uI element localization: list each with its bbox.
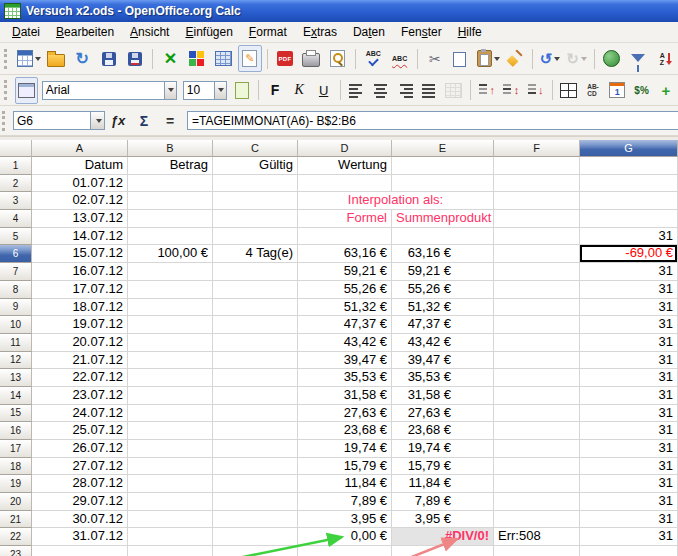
gallery-button[interactable] (185, 45, 209, 72)
cell-B16[interactable] (128, 422, 213, 440)
row-header-23[interactable]: 23 (0, 546, 32, 556)
cell-F13[interactable] (494, 369, 580, 387)
cell-A15[interactable]: 24.07.12 (32, 405, 128, 423)
cell-G10[interactable]: 31 (580, 316, 678, 334)
cell-F21[interactable] (494, 511, 580, 529)
cell-D6[interactable]: 63,16 € (298, 245, 392, 263)
cell-C9[interactable] (213, 299, 298, 317)
cell-C5[interactable] (213, 228, 298, 246)
wrap-text-button[interactable]: AB- CD (582, 77, 604, 104)
cut-button[interactable]: ✂ (423, 45, 447, 72)
cell-A20[interactable]: 29.07.12 (32, 493, 128, 511)
cell-F19[interactable] (494, 475, 580, 493)
cell-E22[interactable]: #DIV/0! (392, 528, 494, 546)
row-header-17[interactable]: 17 (0, 440, 32, 458)
font-name-dropdown[interactable] (164, 82, 176, 99)
cell-G3[interactable] (580, 192, 678, 210)
cell-F2[interactable] (494, 175, 580, 193)
cell-F14[interactable] (494, 387, 580, 405)
cell-A18[interactable]: 27.07.12 (32, 458, 128, 476)
cell-F23[interactable] (494, 546, 580, 556)
cell-G12[interactable]: 31 (580, 352, 678, 370)
cell-B9[interactable] (128, 299, 213, 317)
row-header-6[interactable]: 6 (0, 245, 32, 263)
cell-C21[interactable] (213, 511, 298, 529)
menu-ansicht[interactable]: Ansicht (122, 23, 177, 41)
cell-C6[interactable]: 4 Tag(e) (213, 245, 298, 263)
cell-G17[interactable]: 31 (580, 440, 678, 458)
cell-F12[interactable] (494, 352, 580, 370)
row-header-4[interactable]: 4 (0, 210, 32, 228)
sum-button[interactable]: Σ (132, 110, 156, 132)
cell-B23[interactable] (128, 546, 213, 556)
cell-E12[interactable]: 39,47 € (392, 352, 494, 370)
cell-B10[interactable] (128, 316, 213, 334)
cell-E23[interactable] (392, 546, 494, 556)
cell-G13[interactable]: 31 (580, 369, 678, 387)
cell-D3-E3[interactable]: Interpolation als: (298, 192, 494, 210)
cell-C8[interactable] (213, 281, 298, 299)
row-header-18[interactable]: 18 (0, 458, 32, 476)
date-format-button[interactable]: 1 (606, 77, 628, 104)
cell-D18[interactable]: 15,79 € (298, 458, 392, 476)
cell-G21[interactable]: 31 (580, 511, 678, 529)
menu-daten[interactable]: Daten (345, 23, 393, 41)
cell-E20[interactable]: 7,89 € (392, 493, 494, 511)
cell-E10[interactable]: 47,37 € (392, 316, 494, 334)
cell-F20[interactable] (494, 493, 580, 511)
cell-D16[interactable]: 23,68 € (298, 422, 392, 440)
cell-A4[interactable]: 13.07.12 (32, 210, 128, 228)
cell-E18[interactable]: 15,79 € (392, 458, 494, 476)
cell-C18[interactable] (213, 458, 298, 476)
cell-C12[interactable] (213, 352, 298, 370)
cell-G4[interactable] (580, 210, 678, 228)
print-button[interactable] (299, 45, 323, 72)
cell-D5[interactable] (298, 228, 392, 246)
cell-D8[interactable]: 55,26 € (298, 281, 392, 299)
new-document-button[interactable] (16, 45, 42, 72)
cell-D15[interactable]: 27,63 € (298, 405, 392, 423)
align-right-button[interactable] (394, 77, 416, 104)
cell-B7[interactable] (128, 263, 213, 281)
cell-B6[interactable]: 100,00 € (128, 245, 213, 263)
cell-A17[interactable]: 26.07.12 (32, 440, 128, 458)
cell-E6[interactable]: 63,16 € (392, 245, 494, 263)
cell-A7[interactable]: 16.07.12 (32, 263, 128, 281)
cell-D12[interactable]: 39,47 € (298, 352, 392, 370)
cell-C1[interactable]: Gültig (213, 157, 298, 175)
menu-einfügen[interactable]: Einfügen (177, 23, 240, 41)
cell-B20[interactable] (128, 493, 213, 511)
cell-F7[interactable] (494, 263, 580, 281)
cell-G20[interactable]: 31 (580, 493, 678, 511)
cell-A9[interactable]: 18.07.12 (32, 299, 128, 317)
align-middle-button[interactable]: ↕ (500, 77, 522, 104)
cell-D10[interactable]: 47,37 € (298, 316, 392, 334)
cell-G19[interactable]: 31 (580, 475, 678, 493)
cell-G15[interactable]: 31 (580, 405, 678, 423)
cell-C19[interactable] (213, 475, 298, 493)
cell-D7[interactable]: 59,21 € (298, 263, 392, 281)
cell-C4[interactable] (213, 210, 298, 228)
number-format-button[interactable]: $% (630, 77, 652, 104)
cell-F1[interactable] (494, 157, 580, 175)
bold-button[interactable]: F (264, 77, 286, 104)
cell-B14[interactable] (128, 387, 213, 405)
row-header-20[interactable]: 20 (0, 493, 32, 511)
paste-button[interactable] (476, 45, 501, 72)
cell-A11[interactable]: 20.07.12 (32, 334, 128, 352)
cell-F4[interactable] (494, 210, 580, 228)
borders-button[interactable] (558, 77, 580, 104)
cell-F18[interactable] (494, 458, 580, 476)
edit-file-button[interactable]: ✎ (238, 45, 262, 72)
cell-A22[interactable]: 31.07.12 (32, 528, 128, 546)
format-paintbrush-button[interactable] (503, 45, 527, 72)
cell-C20[interactable] (213, 493, 298, 511)
cell-B5[interactable] (128, 228, 213, 246)
cell-E14[interactable]: 31,58 € (392, 387, 494, 405)
menu-datei[interactable]: Datei (4, 23, 48, 41)
row-header-12[interactable]: 12 (0, 352, 32, 370)
align-bottom-button[interactable]: ↓ (524, 77, 546, 104)
column-header-D[interactable]: D (298, 140, 392, 157)
font-name-input[interactable] (43, 82, 164, 99)
cell-F22[interactable]: Err:508 (494, 528, 580, 546)
